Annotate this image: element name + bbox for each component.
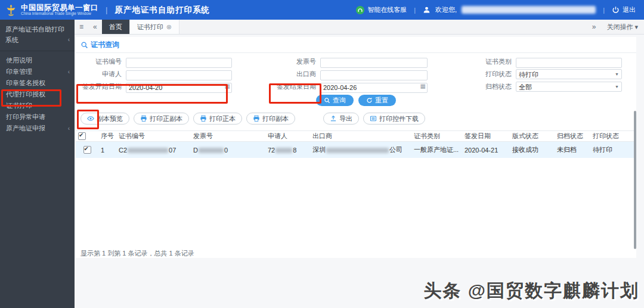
redacted-username bbox=[462, 6, 596, 14]
redacted-text bbox=[128, 148, 168, 153]
col-format-status: 版式状态 bbox=[510, 131, 555, 142]
sidebar-nav: 原产地证书自助打印系统 ‹ 使用说明 印章管理 ‹ 印章签名授权 代理打印授权 … bbox=[0, 20, 75, 308]
sidebar-item-label: 印章管理 bbox=[6, 68, 32, 75]
cell-archive-status: 未归档 bbox=[555, 142, 590, 158]
download-control-icon bbox=[370, 115, 377, 122]
tab-bar-right: » 关闭操作 ▾ bbox=[587, 20, 644, 34]
select-all-checkbox[interactable] bbox=[78, 132, 86, 140]
redacted-text bbox=[199, 148, 224, 153]
table-scrollbar[interactable] bbox=[634, 111, 636, 249]
col-cert-no: 证书编号 bbox=[116, 131, 191, 142]
search-icon bbox=[324, 97, 330, 104]
table-toolbar: 副本预览 打印正副本 打印正本 bbox=[76, 106, 636, 128]
tab-close-icon[interactable]: ⊗ bbox=[166, 23, 172, 31]
cell-cert-no: C207 bbox=[116, 142, 191, 158]
search-form: 证书编号 发票号 证书类别 申请人 出口商 打印状态 待打印 ▼ 签发开始日期 bbox=[76, 53, 636, 93]
exporter-prefix: 深圳 bbox=[312, 146, 326, 153]
col-issue-date: 签发日期 bbox=[462, 131, 510, 142]
sidebar-item-label: 打印异常申请 bbox=[6, 113, 45, 120]
print-original-button[interactable]: 打印正本 bbox=[193, 113, 242, 125]
scroll-tabs-right-icon[interactable]: » bbox=[587, 23, 601, 31]
cert-no-input[interactable] bbox=[126, 58, 232, 68]
export-label: 导出 bbox=[339, 114, 352, 123]
archive-status-label: 归档状态 bbox=[430, 82, 513, 91]
exporter-input[interactable] bbox=[320, 70, 428, 80]
close-operations-dropdown[interactable]: 关闭操作 ▾ bbox=[606, 23, 638, 32]
tab-label: 首页 bbox=[109, 23, 122, 32]
sidebar-menu: 使用说明 印章管理 ‹ 印章签名授权 代理打印授权 证书打印 打印异常申请 原产… bbox=[0, 51, 75, 134]
exporter-label: 出口商 bbox=[234, 70, 318, 79]
sidebar-item-usage-instructions[interactable]: 使用说明 bbox=[0, 55, 75, 66]
sidebar-title[interactable]: 原产地证书自助打印系统 ‹ bbox=[0, 20, 75, 51]
export-button[interactable]: 导出 bbox=[323, 113, 359, 125]
search-section-header: 证书查询 bbox=[76, 37, 636, 53]
printer-icon bbox=[140, 115, 147, 122]
divider: | bbox=[603, 7, 605, 14]
eye-icon bbox=[87, 115, 94, 122]
logout-button[interactable]: 退出 bbox=[612, 5, 636, 14]
invoice-prefix: D bbox=[193, 147, 198, 154]
user-icon bbox=[423, 6, 431, 14]
header-right: 智能在线客服 | 欢迎您, | 退出 bbox=[356, 5, 644, 14]
exporter-suffix: 公司 bbox=[389, 146, 402, 153]
print-status-value: 待打印 bbox=[519, 71, 538, 78]
power-icon bbox=[612, 6, 620, 14]
copy-preview-button[interactable]: 副本预览 bbox=[80, 113, 129, 125]
applicant-input[interactable] bbox=[126, 70, 232, 80]
tab-certificate-print[interactable]: 证书打印 ⊗ bbox=[129, 20, 179, 34]
online-service-label: 智能在线客服 bbox=[367, 5, 407, 14]
reset-button[interactable]: 重置 bbox=[358, 95, 396, 106]
start-date-input[interactable] bbox=[126, 83, 232, 93]
col-seq: 序号 bbox=[98, 131, 116, 142]
row-checkbox[interactable] bbox=[83, 146, 91, 154]
col-invoice-no: 发票号 bbox=[191, 131, 265, 142]
col-exporter: 出口商 bbox=[310, 131, 411, 142]
tab-home[interactable]: 首页 bbox=[102, 20, 129, 34]
query-button[interactable]: 查询 bbox=[316, 95, 354, 106]
brand-name-en: China International Trade Single Window bbox=[21, 12, 98, 16]
sidebar-item-label: 代理打印授权 bbox=[6, 91, 45, 98]
sidebar-item-seal-signature-auth[interactable]: 印章签名授权 bbox=[0, 77, 75, 89]
cell-print-status: 待打印 bbox=[590, 142, 634, 158]
sidebar-item-origin-declaration[interactable]: 原产地证申报 ‹ bbox=[0, 123, 75, 134]
close-operations-label: 关闭操作 bbox=[606, 23, 633, 32]
print-original-copy-label: 打印正副本 bbox=[150, 114, 182, 123]
brand-name-cn: 中国国际贸易单一窗口 bbox=[21, 4, 98, 12]
print-status-select[interactable]: 待打印 ▼ bbox=[516, 69, 622, 79]
archive-status-select[interactable]: 全部 ▼ bbox=[516, 82, 622, 92]
print-copy-button[interactable]: 打印副本 bbox=[246, 113, 295, 125]
print-control-download-label: 打印控件下载 bbox=[379, 114, 419, 123]
applicant-suffix: 8 bbox=[293, 147, 296, 154]
main-content-panel: 证书查询 证书编号 发票号 证书类别 申请人 出口商 打印状态 待打印 ▼ bbox=[76, 37, 636, 258]
sidebar-item-seal-management[interactable]: 印章管理 ‹ bbox=[0, 66, 75, 77]
printer-icon bbox=[200, 115, 207, 122]
menu-toggle-icon[interactable]: ≡ bbox=[75, 20, 88, 34]
end-date-input[interactable] bbox=[320, 83, 428, 93]
invoice-label: 发票号 bbox=[234, 57, 318, 66]
print-status-label: 打印状态 bbox=[430, 70, 513, 79]
online-service-link[interactable]: 智能在线客服 bbox=[356, 5, 407, 14]
cell-applicant: 728 bbox=[265, 142, 310, 158]
table-row[interactable]: 1 C207 D0 728 深圳公司 一般原产地证... 2020-04-21 … bbox=[76, 142, 634, 158]
archive-status-value: 全部 bbox=[519, 83, 532, 91]
cell-format-status: 接收成功 bbox=[510, 142, 555, 158]
brand: 中国国际贸易单一窗口 China International Trade Sin… bbox=[0, 4, 98, 17]
refresh-icon bbox=[366, 97, 373, 104]
scroll-tabs-left-icon[interactable]: « bbox=[88, 20, 102, 34]
search-icon bbox=[80, 41, 88, 49]
chevron-left-icon: ‹ bbox=[68, 66, 70, 77]
cert-type-input[interactable] bbox=[516, 58, 622, 68]
cert-no-prefix: C2 bbox=[119, 147, 127, 154]
sidebar-item-agent-print-auth[interactable]: 代理打印授权 bbox=[0, 89, 75, 100]
print-original-copy-button[interactable]: 打印正副本 bbox=[134, 113, 189, 125]
caret-down-icon: ▾ bbox=[634, 23, 638, 31]
invoice-input[interactable] bbox=[320, 58, 428, 68]
welcome-label: 欢迎您, bbox=[435, 5, 457, 14]
cell-cert-type: 一般原产地证... bbox=[411, 142, 462, 158]
sidebar-item-print-exception[interactable]: 打印异常申请 bbox=[0, 111, 75, 123]
print-control-download-button[interactable]: 打印控件下载 bbox=[363, 113, 425, 125]
print-copy-label: 打印副本 bbox=[262, 114, 289, 123]
sidebar-item-certificate-print[interactable]: 证书打印 bbox=[0, 100, 75, 111]
reset-button-label: 重置 bbox=[375, 96, 388, 105]
cell-issue-date: 2020-04-21 bbox=[462, 142, 510, 158]
